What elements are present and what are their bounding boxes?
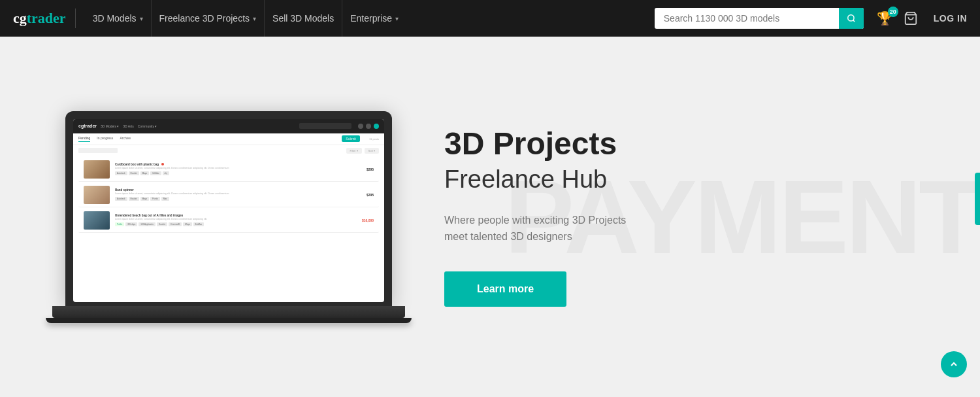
screen-navbar: cgtrader 3D Models ▾ 3D Arts Community ▾ xyxy=(73,119,384,133)
screen-row-desc: Lorem ipsum dolor sit amet, consectetur … xyxy=(115,218,357,221)
screen-tab-inprogress: In progress xyxy=(97,136,113,141)
screen-thumbnail xyxy=(84,160,110,179)
screen-tab-pending: Pending xyxy=(78,136,90,142)
svg-line-1 xyxy=(853,20,855,22)
hero-subtitle: Freelance Hub xyxy=(444,165,928,194)
rewards-badge: 20 xyxy=(888,7,898,17)
screen-search-bar xyxy=(299,123,351,129)
screen-table-row: Cardboard box with plastic bag Lorem ips… xyxy=(78,158,379,182)
screen-nav-icons xyxy=(358,124,379,129)
laptop-base xyxy=(52,306,405,318)
screen-row-content: Unrendered beach bag out of AI files and… xyxy=(115,214,357,226)
laptop-screen-inner: cgtrader 3D Models ▾ 3D Arts Community ▾ xyxy=(73,119,384,302)
cart-icon-button[interactable] xyxy=(904,11,918,26)
search-icon xyxy=(847,14,856,23)
screen-row-tags: Autodesk Houdini Maya Pronto Max xyxy=(115,197,361,201)
screen-table-row: Unrendered beach bag out of AI files and… xyxy=(78,209,379,233)
search-input[interactable] xyxy=(655,8,864,29)
rewards-icon-button[interactable]: 🏆 20 xyxy=(877,10,893,26)
screen-row-title: Cardboard box with plastic bag xyxy=(115,163,361,166)
screen-icon xyxy=(358,124,363,129)
screen-tabs: Pending In progress Archive Submit 11 po… xyxy=(73,133,384,145)
search-button[interactable] xyxy=(839,8,864,29)
status-dot xyxy=(161,163,164,165)
screen-submit-btn: Submit xyxy=(342,135,360,142)
nav-item-freelance[interactable]: Freelance 3D Projects ▾ xyxy=(152,0,265,37)
screen-row-desc: Lorem ipsum dolor sit amet, consectetur … xyxy=(115,167,361,170)
nav-logo[interactable]: cgtrader xyxy=(13,10,66,27)
nav-logo-divider xyxy=(75,9,76,28)
screen-row-title: Unrendered beach bag out of AI files and… xyxy=(115,214,357,217)
screen-icon xyxy=(366,124,371,129)
screen-row-tags: Autodesk Houdini Maya 3dsMax obj xyxy=(115,171,361,175)
navbar: cgtrader 3D Models ▾ Freelance 3D Projec… xyxy=(0,0,980,37)
scroll-up-button[interactable] xyxy=(941,351,967,377)
svg-point-0 xyxy=(848,15,854,21)
screen-row-price: $16,000 xyxy=(362,218,374,222)
screen-tab-archive: Archive xyxy=(120,136,131,141)
learn-more-button[interactable]: Learn more xyxy=(444,271,566,307)
screen-table-row: Hand spinner Lorem ipsum dolor sit amet,… xyxy=(78,183,379,207)
arrow-up-icon xyxy=(949,359,959,370)
screen-table-header: Filter ▾ Sort ▾ xyxy=(73,145,384,156)
cart-icon xyxy=(904,11,918,26)
laptop-mockup: cgtrader 3D Models ▾ 3D Arts Community ▾ xyxy=(65,111,392,323)
screen-thumbnail xyxy=(84,186,110,204)
chevron-down-icon: ▾ xyxy=(395,15,399,22)
screen-row-title: Hand spinner xyxy=(115,188,361,192)
chevron-down-icon: ▾ xyxy=(140,15,143,22)
chevron-down-icon: ▾ xyxy=(253,15,256,22)
nav-item-3d-models[interactable]: 3D Models ▾ xyxy=(85,0,152,37)
hero-title: 3D Projects xyxy=(444,127,928,162)
screen-logo: cgtrader xyxy=(78,124,97,128)
screen-count: 11 posts xyxy=(369,137,379,141)
screen-row-desc: Lorem ipsum dolor sit amet, consectetur … xyxy=(115,192,361,196)
screen-row-content: Cardboard box with plastic bag Lorem ips… xyxy=(115,163,361,175)
hero-section: PAYMENT cgtrader 3D Models ▾ 3D Arts Com… xyxy=(0,37,980,397)
laptop-bottom xyxy=(46,318,412,323)
search-wrapper xyxy=(655,8,864,29)
hero-content: 3D Projects Freelance Hub Where people w… xyxy=(418,88,980,346)
login-button[interactable]: LOG IN xyxy=(934,13,967,24)
nav-item-enterprise[interactable]: Enterprise ▾ xyxy=(342,0,406,37)
screen-row-content: Hand spinner Lorem ipsum dolor sit amet,… xyxy=(115,188,361,201)
screen-filters: Filter ▾ Sort ▾ xyxy=(346,148,379,154)
laptop-screen-outer: cgtrader 3D Models ▾ 3D Arts Community ▾ xyxy=(65,111,392,306)
screen-row-tags: Public 365 days 100 Applicants Houdini C… xyxy=(115,222,357,226)
screen-search-field xyxy=(78,148,118,154)
hero-description: Where people with exciting 3D Projects m… xyxy=(444,212,693,245)
nav-item-sell[interactable]: Sell 3D Models xyxy=(265,0,342,37)
screen-icon xyxy=(374,124,379,129)
screen-row-price: $295 xyxy=(367,193,374,197)
hero-laptop-area: cgtrader 3D Models ▾ 3D Arts Community ▾ xyxy=(0,72,418,362)
screen-thumbnail xyxy=(84,211,110,230)
screen-row-price: $295 xyxy=(367,167,374,171)
side-scroll-tab[interactable] xyxy=(975,173,980,225)
screen-nav-items: 3D Models ▾ 3D Arts Community ▾ xyxy=(101,124,157,128)
nav-icons-group: 🏆 20 LOG IN xyxy=(877,10,967,26)
